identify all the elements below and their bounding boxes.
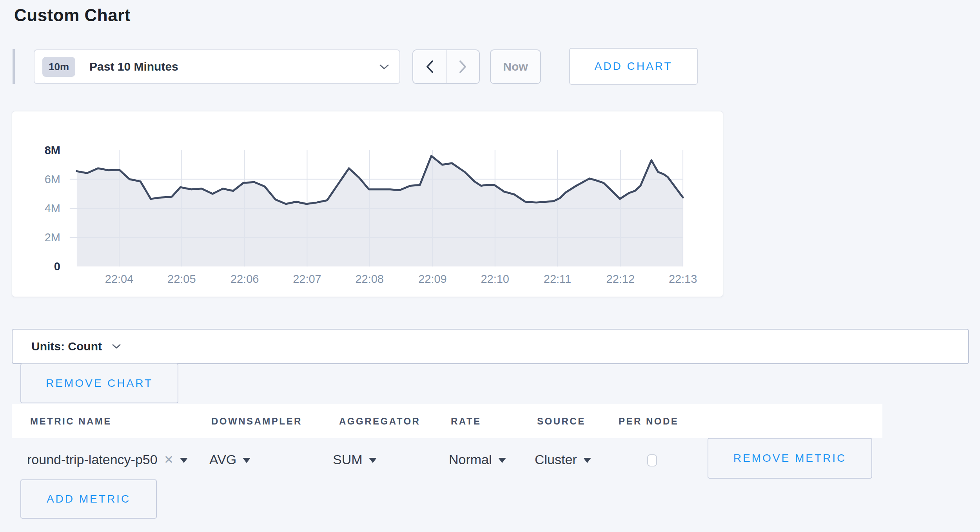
metrics-table-header: METRIC NAME DOWNSAMPLER AGGREGATOR RATE …: [12, 404, 882, 438]
time-range-label: Past 10 Minutes: [89, 60, 379, 73]
column-header-metric-name: METRIC NAME: [30, 416, 112, 427]
svg-text:22:10: 22:10: [481, 273, 509, 285]
rate-select[interactable]: Normal: [449, 446, 506, 472]
remove-metric-button[interactable]: REMOVE METRIC: [708, 438, 872, 479]
chart-card: 8M6M4M2M022:0422:0522:0622:0722:0822:092…: [12, 111, 723, 297]
svg-text:22:08: 22:08: [355, 273, 383, 285]
add-metric-button[interactable]: ADD METRIC: [20, 479, 157, 519]
downsampler-value: AVG: [209, 452, 236, 467]
page-title: Custom Chart: [14, 5, 131, 25]
svg-text:22:05: 22:05: [167, 273, 196, 285]
time-range-dropdown[interactable]: 10m Past 10 Minutes: [34, 49, 400, 84]
source-value: Cluster: [535, 452, 577, 467]
time-range-badge: 10m: [42, 57, 75, 77]
toolbar-divider: [13, 49, 15, 84]
svg-text:4M: 4M: [45, 202, 60, 215]
caret-down-icon: [243, 458, 250, 463]
caret-down-icon: [369, 458, 377, 463]
aggregator-select[interactable]: SUM: [333, 446, 377, 472]
svg-text:2M: 2M: [45, 231, 60, 244]
custom-chart-page: Custom Chart 10m Past 10 Minutes Now ADD…: [0, 0, 980, 532]
chevron-right-icon: [458, 60, 468, 74]
svg-text:22:04: 22:04: [105, 273, 133, 285]
per-node-checkbox[interactable]: [647, 454, 657, 466]
close-icon[interactable]: ✕: [164, 453, 174, 466]
remove-chart-button[interactable]: REMOVE CHART: [20, 363, 178, 403]
chevron-left-icon: [425, 60, 434, 74]
custom-chart-svg: 8M6M4M2M022:0422:0522:0622:0722:0822:092…: [12, 111, 723, 297]
aggregator-value: SUM: [333, 452, 363, 467]
chevron-down-icon: [379, 64, 389, 70]
svg-text:22:09: 22:09: [418, 273, 446, 285]
time-prev-button[interactable]: [413, 50, 446, 83]
units-label: Units: Count: [31, 340, 102, 353]
chart-area-fill: [77, 156, 683, 266]
column-header-aggregator: AGGREGATOR: [339, 416, 420, 427]
metric-name-select[interactable]: round-trip-latency-p50 ✕: [27, 446, 188, 472]
svg-text:8M: 8M: [45, 144, 60, 157]
metric-name-value: round-trip-latency-p50: [27, 452, 158, 467]
svg-text:0: 0: [54, 260, 60, 273]
time-next-button[interactable]: [446, 50, 479, 83]
caret-down-icon: [498, 458, 506, 463]
units-dropdown[interactable]: Units: Count: [12, 329, 969, 364]
svg-text:22:11: 22:11: [544, 273, 571, 285]
time-nav-group: [412, 49, 480, 84]
caret-down-icon: [583, 458, 591, 463]
rate-value: Normal: [449, 452, 492, 467]
now-button[interactable]: Now: [490, 49, 541, 84]
chart-y-axis-labels: 8M6M4M2M0: [45, 144, 60, 273]
svg-text:22:13: 22:13: [669, 273, 697, 285]
chevron-down-icon: [112, 344, 121, 349]
downsampler-select[interactable]: AVG: [209, 446, 250, 472]
svg-text:22:07: 22:07: [293, 273, 321, 285]
svg-text:6M: 6M: [45, 173, 60, 186]
column-header-per-node: PER NODE: [619, 416, 679, 427]
svg-text:22:12: 22:12: [606, 273, 635, 285]
source-select[interactable]: Cluster: [535, 446, 591, 472]
column-header-source: SOURCE: [537, 416, 586, 427]
svg-text:22:06: 22:06: [230, 273, 259, 285]
add-chart-button[interactable]: ADD CHART: [569, 48, 698, 85]
column-header-downsampler: DOWNSAMPLER: [211, 416, 302, 427]
caret-down-icon: [180, 458, 188, 463]
column-header-rate: RATE: [451, 416, 481, 427]
chart-x-axis-labels: 22:0422:0522:0622:0722:0822:0922:1022:11…: [105, 273, 697, 285]
